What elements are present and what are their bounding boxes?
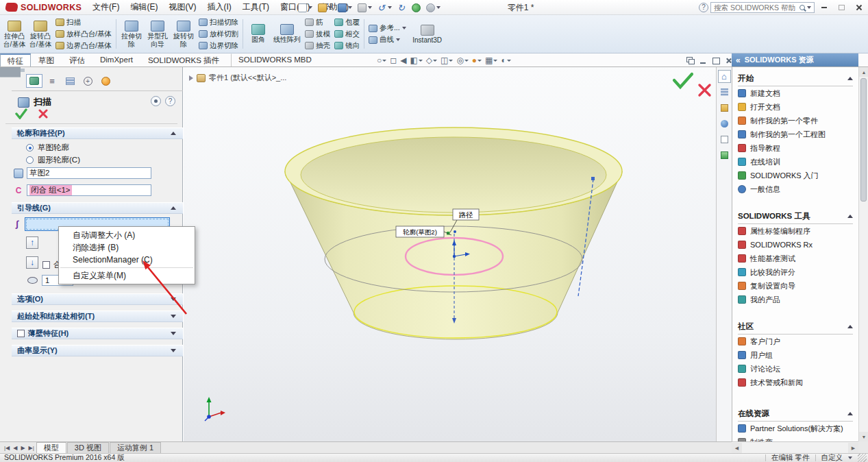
tab-property-manager[interactable] [26, 74, 42, 88]
menu-item-clear-selections[interactable]: 消除选择 (B) [59, 241, 195, 254]
link-compare-score[interactable]: 比较我的评分 [738, 265, 853, 279]
previous-tab-icon[interactable]: ◀ [12, 445, 18, 451]
link-tutorials[interactable]: 指导教程 [738, 141, 853, 155]
save-button[interactable] [336, 1, 354, 14]
display-style-button[interactable]: ◫ [439, 55, 454, 66]
link-manufacturers[interactable]: 制造商 [738, 435, 853, 441]
undo-button[interactable] [375, 1, 394, 14]
link-my-products[interactable]: 我的产品 [738, 293, 853, 306]
path-selection-field[interactable]: 闭合 组<1> [27, 184, 151, 196]
tab-addins[interactable]: SOLIDWORKS 插件 [140, 53, 227, 66]
link-general-info[interactable]: 一般信息 [738, 182, 853, 196]
section-view-button[interactable]: ◧ [408, 55, 423, 66]
search-icon[interactable] [799, 5, 805, 10]
boundary-cut-button[interactable]: 边界切除 [199, 40, 238, 51]
horizontal-scrollbar[interactable]: ◀ ▶ [732, 441, 858, 453]
link-property-tab-builder[interactable]: 属性标签编制程序 [738, 224, 853, 238]
menu-view[interactable]: 视图(V) [163, 0, 201, 14]
swept-cut-button[interactable]: 扫描切除 [199, 17, 238, 28]
link-first-part[interactable]: 制作我的第一个零件 [738, 114, 853, 127]
tab-sketch[interactable]: 草图 [31, 53, 62, 66]
graphics-viewport[interactable]: 零件1 (默认<<默认>_... [184, 67, 716, 441]
profile-selection-field[interactable]: 草图2 [27, 167, 151, 179]
restore-window-icon[interactable] [685, 56, 695, 65]
shell-button[interactable]: 抽壳 [305, 40, 330, 51]
rib-button[interactable]: 筋 [305, 17, 330, 28]
tab-feature-tree[interactable] [44, 74, 60, 88]
checkbox-icon[interactable] [17, 330, 25, 337]
scroll-up-icon[interactable]: ▲ [859, 67, 868, 77]
menu-item-autosize[interactable]: 自动调整大小 (A) [59, 229, 195, 241]
section-thin-feature[interactable]: 薄壁特征(H) [12, 328, 183, 339]
link-performance-benchmark[interactable]: 性能基准测试 [738, 252, 853, 265]
print-button[interactable] [356, 1, 374, 14]
linear-pattern-button[interactable]: 线性阵列 [271, 16, 303, 51]
hide-show-items-button[interactable]: ◎ [455, 55, 469, 66]
menu-item-customize-menu[interactable]: 自定义菜单(M) [59, 269, 195, 282]
link-partner-solutions[interactable]: Partner Solutions(解决方案) [738, 422, 853, 435]
vertical-scrollbar[interactable]: ▲ ▼ [858, 67, 868, 441]
tab-configuration-manager[interactable] [62, 74, 78, 88]
swept-boss-button[interactable]: 扫描 [55, 17, 112, 28]
rebuild-button[interactable] [410, 1, 423, 14]
open-button[interactable] [316, 1, 334, 14]
draft-button[interactable]: 拔模 [305, 29, 330, 40]
bowl-model[interactable] [285, 127, 622, 339]
tab-features[interactable]: 特征 [0, 53, 31, 66]
chevron-down-icon[interactable] [848, 457, 852, 459]
minimize-window-icon[interactable] [698, 56, 708, 65]
ok-confirm-button[interactable] [674, 74, 692, 87]
menu-insert[interactable]: 插入(I) [201, 0, 236, 14]
view-settings-button[interactable]: ◐ [499, 55, 512, 66]
section-curvature-display[interactable]: 曲率显示(Y) [12, 345, 183, 356]
collapse-chevrons-icon[interactable] [736, 56, 741, 65]
mirror-button[interactable]: 镜向 [334, 40, 360, 51]
menu-item-selection-manager[interactable]: SelectionManager (C) [59, 254, 195, 266]
section-options[interactable]: 选项(O) [12, 293, 183, 305]
reference-geometry-button[interactable]: 参考... [369, 23, 406, 34]
section-tangency[interactable]: 起始处和结束处相切(T) [12, 311, 183, 322]
menu-file[interactable]: 文件(F) [87, 0, 125, 14]
options-button[interactable] [424, 1, 443, 14]
redo-button[interactable] [395, 1, 408, 14]
profile-callout[interactable]: 轮廓(草图2) [396, 226, 451, 237]
link-online-training[interactable]: 在线培训 [738, 155, 853, 169]
tab-display-manager[interactable] [97, 74, 114, 88]
chevron-down-icon[interactable] [807, 6, 811, 9]
link-new-document[interactable]: 新建文档 [738, 86, 853, 100]
scroll-down-icon[interactable]: ▼ [859, 432, 868, 441]
link-solidworks-rx[interactable]: SOLIDWORKS Rx [738, 238, 853, 252]
section-header[interactable]: 在线资源 [738, 407, 853, 422]
intersect-button[interactable]: 相交 [334, 29, 360, 40]
link-user-groups[interactable]: 用户组 [738, 348, 853, 362]
zoom-to-area-button[interactable]: ◻ [388, 55, 398, 66]
lofted-cut-button[interactable]: 放样切割 [199, 29, 238, 40]
extruded-boss-button[interactable]: 拉伸凸 台/基体 [1, 16, 27, 51]
hole-wizard-button[interactable]: 异型孔 向导 [145, 16, 171, 51]
viewport-canvas[interactable]: 路径 轮廓(草图2) [184, 67, 716, 441]
section-header[interactable]: 开始 [738, 72, 853, 86]
revolved-cut-button[interactable]: 旋转切 除 [171, 16, 197, 51]
tab-dimxpert[interactable]: DimXpert [92, 53, 140, 66]
section-profile-path[interactable]: 轮廓和路径(P) [12, 127, 183, 139]
tab-motion-study[interactable]: 运动算例 1 [110, 442, 161, 453]
tab-appearances[interactable] [718, 133, 731, 146]
first-tab-icon[interactable]: |◀ [3, 445, 11, 451]
tab-mbd[interactable]: SOLIDWORKS MBD [231, 53, 319, 66]
tab-solidworks-resources[interactable] [718, 70, 731, 83]
keep-visible-icon[interactable] [151, 96, 161, 106]
left-toolbar-icon[interactable] [19, 66, 21, 77]
edit-appearance-button[interactable]: ● [471, 55, 483, 66]
tab-custom-properties[interactable] [718, 149, 731, 162]
link-getting-started[interactable]: SOLIDWORKS 入门 [738, 169, 853, 182]
ok-button[interactable] [15, 108, 27, 119]
link-open-document[interactable]: 打开文档 [738, 100, 853, 114]
previous-view-button[interactable]: ◀ [399, 55, 408, 66]
section-guide-curves[interactable]: 引导线(G) [12, 202, 183, 214]
apply-scene-button[interactable]: ▦ [484, 55, 499, 66]
scroll-left-icon[interactable]: ◀ [732, 443, 742, 453]
scrollbar-thumb[interactable] [860, 78, 867, 202]
maximize-button[interactable] [834, 1, 849, 14]
new-document-button[interactable] [296, 1, 314, 14]
help-circle-icon[interactable] [699, 3, 708, 12]
